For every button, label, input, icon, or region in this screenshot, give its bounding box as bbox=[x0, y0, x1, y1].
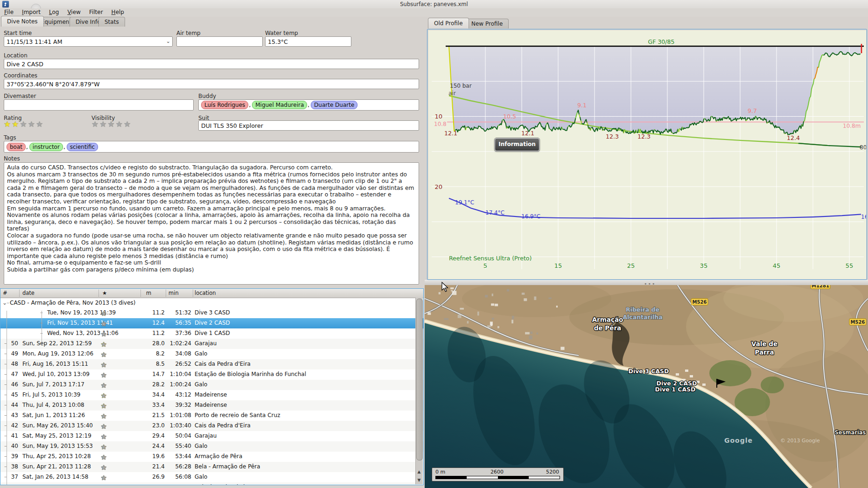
column-header-date[interactable]: date bbox=[22, 290, 35, 296]
divemaster-field[interactable] bbox=[4, 99, 194, 111]
dive-date: Sun, Apr 21, 2013 11:28 bbox=[22, 463, 91, 470]
dive-map[interactable]: Armaçãode PêraRibeira deAlcantarilhaVale… bbox=[425, 285, 868, 488]
tags-field[interactable]: boat,instructor,scientific bbox=[4, 141, 419, 153]
chevron-down-icon[interactable]: ⌄ bbox=[166, 38, 170, 44]
location-field[interactable]: Dive 2 CASD bbox=[4, 59, 419, 69]
star-icon: ★ bbox=[12, 119, 20, 129]
tab-old-profile[interactable]: Old Profile bbox=[428, 18, 469, 28]
svg-text:12.3: 12.3 bbox=[606, 133, 619, 140]
dive-location: Armação de Pêra bbox=[195, 453, 242, 460]
menu-import[interactable]: Import bbox=[18, 8, 45, 16]
dive-depth: 29.4 bbox=[140, 432, 165, 439]
svg-text:15: 15 bbox=[554, 262, 562, 269]
dive-row-49[interactable]: –49Mon, Aug 19, 2013 12:06★★★★★8.234:08G… bbox=[0, 349, 423, 359]
dive-row-37[interactable]: –37Sat, Jan 26, 2013 14:58★★★★★26.956:08… bbox=[0, 472, 423, 482]
dive-row[interactable]: –Fri, Nov 15, 2013 11:41★★★★★12.456:35Di… bbox=[0, 318, 423, 328]
menu-file[interactable]: File bbox=[0, 8, 18, 16]
dive-row-40[interactable]: –40Sun, May 19, 2013 15:53★★★★★24.455:40… bbox=[0, 441, 423, 452]
dive-location: Bela - Armação de Pêra bbox=[195, 463, 260, 470]
dive-location: Dive 2 CASD bbox=[195, 320, 230, 326]
scroll-down-button[interactable]: ▼ bbox=[416, 476, 422, 484]
dive-number: 44 bbox=[0, 402, 18, 408]
star-icon: ★ bbox=[20, 119, 28, 129]
dive-row[interactable]: –Tue, Nov 19, 2013 11:39★★★★★11.251:32Di… bbox=[0, 308, 423, 318]
dive-duration: 53:44 bbox=[166, 453, 191, 460]
menu-help[interactable]: Help bbox=[107, 8, 128, 16]
coordinates-field[interactable]: 37°05'23.460"N 8°20'47.879"W bbox=[4, 79, 419, 89]
dive-row-38[interactable]: –38Sun, Apr 21, 2013 11:28★★★★★21.456:28… bbox=[0, 462, 423, 472]
dive-row-41[interactable]: –41Sat, May 25, 2013 12:19★★★★★29.450:04… bbox=[0, 431, 423, 441]
dive-row-48[interactable]: –48Fri, Aug 16, 2013 15:11★★★★★8.526:52C… bbox=[0, 359, 423, 369]
dive-duration: 37:36 bbox=[166, 330, 191, 336]
dive-row-45[interactable]: –45Fri, Jul 5, 2013 10:39★★★★★34.443:12M… bbox=[0, 390, 423, 400]
dive-list-scrollbar[interactable]: ▲ ▼ bbox=[415, 298, 423, 484]
dive-row-39[interactable]: –39Thu, Apr 25, 2013 10:28★★★★★19.653:44… bbox=[0, 452, 423, 462]
water-temp-field[interactable]: 15.3°C bbox=[265, 36, 351, 47]
title-bar[interactable]: Subsurface: paneves.xml bbox=[0, 0, 868, 8]
star-icon: ★ bbox=[101, 423, 107, 430]
notes-textarea[interactable]: Aula do curso CASD. Transectos c/video e… bbox=[4, 162, 419, 285]
dive-date: Sun, May 19, 2013 15:53 bbox=[22, 443, 93, 449]
dive-location: Cais da Pedra d'Eira bbox=[195, 361, 251, 367]
dive-location: Madeirense bbox=[195, 391, 227, 398]
dive-date: Sat, Jan 26, 2013 14:58 bbox=[22, 474, 88, 480]
dive-row[interactable]: –Wed, Nov 13, 2013 11:06★★★★★11.237:36Di… bbox=[0, 328, 423, 339]
tab-dive-notes[interactable]: Dive Notes bbox=[1, 16, 44, 27]
trip-group-row[interactable]: ⌄–CASD - Armação de Pêra, Nov 2013 (3 di… bbox=[0, 298, 423, 308]
visibility-stars[interactable]: ★★★★★ bbox=[91, 119, 132, 129]
header-separator bbox=[19, 290, 20, 297]
dive-depth: 21.4 bbox=[140, 463, 165, 470]
dive-number: 36 bbox=[0, 484, 18, 485]
buddy-field[interactable]: Luís Rodrigues,Miguel Madureira,Duarte D… bbox=[198, 99, 419, 111]
dive-duration: 1:01:08 bbox=[166, 412, 191, 418]
tab-stats[interactable]: Stats bbox=[98, 17, 125, 27]
start-time-combo[interactable]: 11/15/13 11:41 AM ⌄ bbox=[4, 36, 173, 47]
dive-date: Fri, Aug 16, 2013 15:11 bbox=[22, 361, 88, 367]
dive-duration: 43:12 bbox=[166, 391, 191, 398]
menu-filter[interactable]: Filter bbox=[85, 8, 107, 16]
menu-view[interactable]: View bbox=[63, 8, 84, 16]
mouse-cursor bbox=[441, 282, 451, 293]
scrollbar-thumb[interactable] bbox=[416, 299, 423, 460]
dive-row-43[interactable]: –43Sat, Jun 1, 2013 11:26★★★★★21.51:01:0… bbox=[0, 411, 423, 421]
buddy-label: Buddy bbox=[198, 93, 216, 99]
suit-field[interactable]: DUI TLS 350 Explorer bbox=[198, 120, 419, 131]
pill-separator: , bbox=[249, 102, 251, 108]
star-icon: ★ bbox=[101, 341, 107, 348]
dive-row-50[interactable]: –50Sun, Sep 22, 2013 12:59★★★★★28.01:02:… bbox=[0, 339, 423, 349]
pill-separator: , bbox=[63, 144, 65, 150]
pill-boat: boat bbox=[7, 143, 26, 151]
header-separator bbox=[193, 290, 193, 297]
menu-log[interactable]: Log bbox=[45, 8, 63, 16]
scroll-up-button[interactable]: ▲ bbox=[416, 467, 422, 476]
information-button[interactable]: Information bbox=[495, 138, 539, 151]
dive-row-42[interactable]: –42Sun, May 26, 2013 15:40★★★★★23.01:03:… bbox=[0, 421, 423, 431]
dive-list-header[interactable]: #date★mminlocation bbox=[0, 289, 423, 298]
dive-depth: 34.4 bbox=[140, 391, 165, 398]
dive-location: Dive 3 CASD bbox=[195, 309, 230, 316]
star-icon: ★ bbox=[101, 330, 107, 338]
column-header-stars[interactable]: ★ bbox=[102, 290, 107, 296]
pill-instructor: instructor bbox=[29, 143, 63, 151]
column-header-num[interactable]: # bbox=[3, 290, 7, 296]
dive-number: 38 bbox=[0, 463, 18, 470]
window-title: Subsurface: paneves.xml bbox=[400, 1, 468, 7]
column-header-duration[interactable]: min bbox=[168, 290, 179, 296]
star-icon: ★ bbox=[108, 119, 116, 129]
dive-location: Cais da Pedra d'Eira bbox=[195, 484, 251, 485]
star-icon: ★ bbox=[101, 382, 107, 389]
dive-row-46[interactable]: –46Sun, Jul 7, 2013 17:17★★★★★28.21:00:2… bbox=[0, 380, 423, 390]
rating-stars[interactable]: ★★★★★ bbox=[4, 119, 44, 129]
dive-row-36[interactable]: –36Sun, Jan 20, 2013 12:33★★★★★21.758:36… bbox=[0, 482, 423, 485]
star-icon: ★ bbox=[101, 392, 107, 399]
dive-row-44[interactable]: –44Thu, Jul 4, 2013 10:08★★★★★33.439:32M… bbox=[0, 400, 423, 411]
dive-list-table[interactable]: #date★mminlocation ⌄–CASD - Armação de P… bbox=[0, 288, 424, 485]
air-temp-field[interactable] bbox=[176, 36, 263, 47]
map-label: Dive 3 CASD bbox=[629, 368, 669, 375]
column-header-depth[interactable]: m bbox=[146, 290, 151, 296]
dive-row-47[interactable]: –47Wed, Jul 10, 2013 13:09★★★★★14.71:10:… bbox=[0, 369, 423, 380]
coordinates-label: Coordinates bbox=[4, 72, 37, 79]
column-header-location[interactable]: location bbox=[195, 290, 216, 296]
tab-new-profile[interactable]: New Profile bbox=[465, 19, 509, 28]
profile-tab-bar: Old ProfileNew Profile bbox=[428, 19, 867, 29]
